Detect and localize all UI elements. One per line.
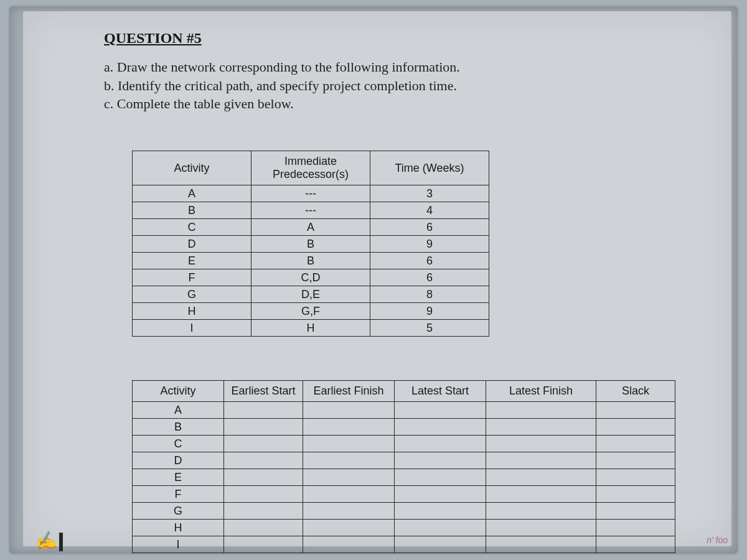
t1-header-activity: Activity	[133, 151, 251, 185]
t1-cell-activity: C	[133, 219, 251, 236]
table-row: H	[133, 520, 675, 536]
document-page: QUESTION #5 a. Draw the network correspo…	[23, 11, 731, 546]
table-row: E	[133, 469, 675, 486]
t2-cell-slack	[596, 469, 675, 486]
t2-cell-es	[224, 536, 303, 553]
t1-cell-activity: F	[133, 269, 251, 286]
t1-cell-activity: G	[133, 286, 251, 303]
t2-header-activity: Activity	[133, 381, 224, 402]
t2-cell-lf	[486, 503, 596, 520]
t2-cell-slack	[596, 536, 675, 553]
table-row: B --- 4	[133, 202, 489, 219]
t1-cell-activity: I	[133, 320, 251, 337]
t2-cell-lf	[486, 536, 596, 553]
t2-cell-activity: E	[133, 469, 224, 486]
t1-cell-predecessor: B	[251, 253, 370, 269]
t2-cell-ef	[303, 436, 395, 452]
table-row: F C,D 6	[133, 269, 489, 286]
t2-cell-lf	[486, 486, 596, 503]
t1-cell-time: 6	[370, 219, 489, 236]
document-content: QUESTION #5 a. Draw the network correspo…	[23, 11, 731, 560]
t2-body: A B	[133, 402, 675, 553]
schedule-table: Activity Earliest Start Earliest Finish …	[132, 380, 675, 553]
t2-cell-lf	[486, 520, 596, 536]
t2-cell-lf	[486, 402, 596, 419]
t2-cell-es	[224, 469, 303, 486]
t2-header-slack: Slack	[596, 381, 675, 402]
t1-cell-activity: A	[133, 185, 251, 202]
t2-cell-activity: I	[133, 536, 224, 553]
t2-cell-ls	[395, 452, 486, 469]
t2-cell-activity: D	[133, 452, 224, 469]
t1-cell-predecessor: A	[251, 219, 370, 236]
table-row: I H 5	[133, 320, 489, 337]
t2-header-es: Earliest Start	[224, 381, 303, 402]
tables-container: Activity Immediate Predecessor(s) Time (…	[132, 151, 694, 553]
t1-header-time: Time (Weeks)	[370, 151, 489, 185]
table-row: A --- 3	[133, 185, 489, 202]
t2-cell-ls	[395, 402, 486, 419]
t1-cell-predecessor: C,D	[251, 269, 370, 286]
t1-cell-predecessor: ---	[251, 185, 370, 202]
t2-cell-activity: C	[133, 436, 224, 452]
t2-cell-lf	[486, 469, 596, 486]
table-row: B	[133, 419, 675, 436]
t2-cell-slack	[596, 520, 675, 536]
corner-watermark: n' foo	[707, 535, 728, 545]
t2-cell-slack	[596, 452, 675, 469]
t2-cell-ef	[303, 469, 395, 486]
t2-cell-activity: A	[133, 402, 224, 419]
t2-cell-slack	[596, 436, 675, 452]
t2-cell-ls	[395, 486, 486, 503]
t2-cell-ls	[395, 520, 486, 536]
t2-cell-ef	[303, 486, 395, 503]
t1-cell-time: 5	[370, 320, 489, 337]
table-row: D	[133, 452, 675, 469]
t1-cell-predecessor: B	[251, 236, 370, 253]
t2-cell-slack	[596, 419, 675, 436]
t2-cell-ls	[395, 469, 486, 486]
t2-cell-es	[224, 452, 303, 469]
t2-cell-ls	[395, 503, 486, 520]
t2-cell-es	[224, 520, 303, 536]
table-row: G	[133, 503, 675, 520]
t1-cell-time: 6	[370, 253, 489, 269]
photo-frame: QUESTION #5 a. Draw the network correspo…	[9, 6, 738, 554]
t2-cell-ef	[303, 536, 395, 553]
table-row: D B 9	[133, 236, 489, 253]
prompt-b: b. Identify the critical path, and speci…	[104, 77, 694, 95]
t2-cell-activity: F	[133, 486, 224, 503]
text-cursor-icon	[59, 533, 63, 551]
table-row: C	[133, 436, 675, 452]
t1-cell-predecessor: H	[251, 320, 370, 337]
prompt-a: a. Draw the network corresponding to the…	[104, 58, 694, 77]
t2-cell-activity: G	[133, 503, 224, 520]
t1-cell-activity: B	[133, 202, 251, 219]
t2-header-ls: Latest Start	[395, 381, 486, 402]
t2-cell-lf	[486, 419, 596, 436]
t2-cell-slack	[596, 402, 675, 419]
table-row: I	[133, 536, 675, 553]
t2-cell-ef	[303, 402, 395, 419]
t1-cell-time: 9	[370, 236, 489, 253]
table-row: C A 6	[133, 219, 489, 236]
activity-time-table: Activity Immediate Predecessor(s) Time (…	[132, 151, 489, 337]
t1-cell-activity: E	[133, 253, 251, 269]
t2-cell-es	[224, 503, 303, 520]
prompt-c: c. Complete the table given below.	[104, 95, 694, 113]
table-row: G D,E 8	[133, 286, 489, 303]
t2-cell-ef	[303, 503, 395, 520]
cursor-icon: ✍	[34, 530, 59, 553]
t1-cell-activity: D	[133, 236, 251, 253]
t2-cell-ef	[303, 452, 395, 469]
t2-cell-ef	[303, 520, 395, 536]
t2-cell-lf	[486, 452, 596, 469]
table-row: A	[133, 402, 675, 419]
t2-cell-activity: B	[133, 419, 224, 436]
t2-cell-es	[224, 419, 303, 436]
t1-header-predecessor: Immediate Predecessor(s)	[251, 151, 370, 185]
table-row: H G,F 9	[133, 303, 489, 320]
t1-cell-activity: H	[133, 303, 251, 320]
table-row: E B 6	[133, 253, 489, 269]
t1-cell-predecessor: ---	[251, 202, 370, 219]
